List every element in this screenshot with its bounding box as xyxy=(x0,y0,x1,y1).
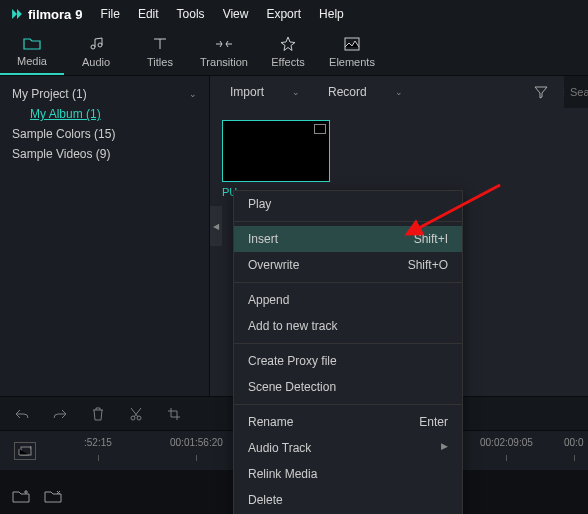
record-dropdown[interactable]: Record ⌄ xyxy=(320,81,411,103)
cm-separator xyxy=(234,282,462,283)
ruler-tick: 00:02:09:05 xyxy=(480,437,533,448)
cm-addtrack[interactable]: Add to new track xyxy=(234,313,462,339)
import-label: Import xyxy=(230,85,264,99)
cm-proxy-label: Create Proxy file xyxy=(248,354,337,368)
tree-item-videos[interactable]: Sample Videos (9) xyxy=(12,144,197,164)
tab-media-label: Media xyxy=(17,55,47,67)
tab-media[interactable]: Media xyxy=(0,28,64,75)
cm-append[interactable]: Append xyxy=(234,287,462,313)
cm-relink[interactable]: Relink Media xyxy=(234,461,462,487)
tab-effects-label: Effects xyxy=(271,56,304,68)
new-folder-icon[interactable] xyxy=(12,488,30,504)
cut-icon[interactable] xyxy=(128,406,144,422)
transition-icon xyxy=(215,35,233,53)
redo-icon[interactable] xyxy=(52,406,68,422)
cm-relink-label: Relink Media xyxy=(248,467,317,481)
cm-overwrite-shortcut: Shift+O xyxy=(408,258,448,272)
tree-root-label: My Project (1) xyxy=(12,87,87,101)
delete-folder-icon[interactable] xyxy=(44,488,62,504)
tab-elements-label: Elements xyxy=(329,56,375,68)
filter-icon[interactable] xyxy=(534,85,548,99)
cm-separator xyxy=(234,404,462,405)
tree-child-album[interactable]: My Album (1) xyxy=(12,104,197,124)
undo-icon[interactable] xyxy=(14,406,30,422)
app-name: filmora xyxy=(28,7,71,22)
titles-icon xyxy=(152,35,168,53)
crop-icon[interactable] xyxy=(166,406,182,422)
effects-icon xyxy=(280,35,296,53)
cm-addtrack-label: Add to new track xyxy=(248,319,337,333)
chevron-down-icon: ⌄ xyxy=(292,87,300,97)
cm-insert-shortcut: Shift+I xyxy=(414,232,448,246)
cm-rename-label: Rename xyxy=(248,415,293,429)
folder-icon xyxy=(23,34,41,52)
menubar: filmora9 File Edit Tools View Export Hel… xyxy=(0,0,588,28)
delete-icon[interactable] xyxy=(90,406,106,422)
chevron-down-icon: ⌄ xyxy=(395,87,403,97)
menu-file[interactable]: File xyxy=(101,7,120,21)
cm-separator xyxy=(234,343,462,344)
cm-rename-shortcut: Enter xyxy=(419,415,448,429)
tab-effects[interactable]: Effects xyxy=(256,28,320,75)
context-menu: Play InsertShift+I OverwriteShift+O Appe… xyxy=(233,190,463,514)
sidebar-actions xyxy=(12,488,62,504)
ruler-tick: 00:0 xyxy=(564,437,583,448)
cm-proxy[interactable]: Create Proxy file xyxy=(234,348,462,374)
tab-titles[interactable]: Titles xyxy=(128,28,192,75)
chevron-down-icon: ⌄ xyxy=(189,89,197,99)
media-toolbar: Import ⌄ Record ⌄ xyxy=(210,76,588,108)
logo-icon xyxy=(10,7,24,21)
cm-scene-label: Scene Detection xyxy=(248,380,336,394)
cm-play-label: Play xyxy=(248,197,271,211)
ruler-tick: 00:01:56:20 xyxy=(170,437,223,448)
ruler-tick: :52:15 xyxy=(84,437,112,448)
menu-edit[interactable]: Edit xyxy=(138,7,159,21)
tree-item-colors[interactable]: Sample Colors (15) xyxy=(12,124,197,144)
cm-delete-label: Delete xyxy=(248,493,283,507)
menu-export[interactable]: Export xyxy=(266,7,301,21)
cm-separator xyxy=(234,221,462,222)
tab-audio[interactable]: Audio xyxy=(64,28,128,75)
cm-insert[interactable]: InsertShift+I xyxy=(234,226,462,252)
cm-scene[interactable]: Scene Detection xyxy=(234,374,462,400)
chevron-right-icon: ▶ xyxy=(441,441,448,455)
toolbar: Media Audio Titles Transition Effects El… xyxy=(0,28,588,76)
cm-play[interactable]: Play xyxy=(234,191,462,217)
tree-root[interactable]: My Project (1) ⌄ xyxy=(12,84,197,104)
project-sidebar: My Project (1) ⌄ My Album (1) Sample Col… xyxy=(0,76,210,396)
media-thumbnail[interactable] xyxy=(222,120,330,182)
elements-icon xyxy=(344,35,360,53)
menu-tools[interactable]: Tools xyxy=(177,7,205,21)
thumbnail-badge-icon xyxy=(314,124,326,134)
music-icon xyxy=(88,35,104,53)
cm-append-label: Append xyxy=(248,293,289,307)
cm-audiotrack[interactable]: Audio Track▶ xyxy=(234,435,462,461)
cm-audiotrack-label: Audio Track xyxy=(248,441,311,455)
record-label: Record xyxy=(328,85,367,99)
tab-audio-label: Audio xyxy=(82,56,110,68)
app-logo: filmora9 xyxy=(10,7,83,22)
svg-text:+: + xyxy=(27,446,32,453)
tab-titles-label: Titles xyxy=(147,56,173,68)
menu-view[interactable]: View xyxy=(223,7,249,21)
collapse-handle[interactable]: ◀ xyxy=(210,206,222,246)
app-version: 9 xyxy=(75,7,82,22)
tab-transition[interactable]: Transition xyxy=(192,28,256,75)
cm-delete[interactable]: Delete xyxy=(234,487,462,513)
menu-help[interactable]: Help xyxy=(319,7,344,21)
import-dropdown[interactable]: Import ⌄ xyxy=(222,81,308,103)
tab-elements[interactable]: Elements xyxy=(320,28,384,75)
search-input[interactable]: Sea xyxy=(564,76,588,108)
cm-rename[interactable]: RenameEnter xyxy=(234,409,462,435)
tab-transition-label: Transition xyxy=(200,56,248,68)
cm-insert-label: Insert xyxy=(248,232,278,246)
add-track-button[interactable]: + xyxy=(14,442,36,460)
cm-overwrite[interactable]: OverwriteShift+O xyxy=(234,252,462,278)
cm-overwrite-label: Overwrite xyxy=(248,258,299,272)
